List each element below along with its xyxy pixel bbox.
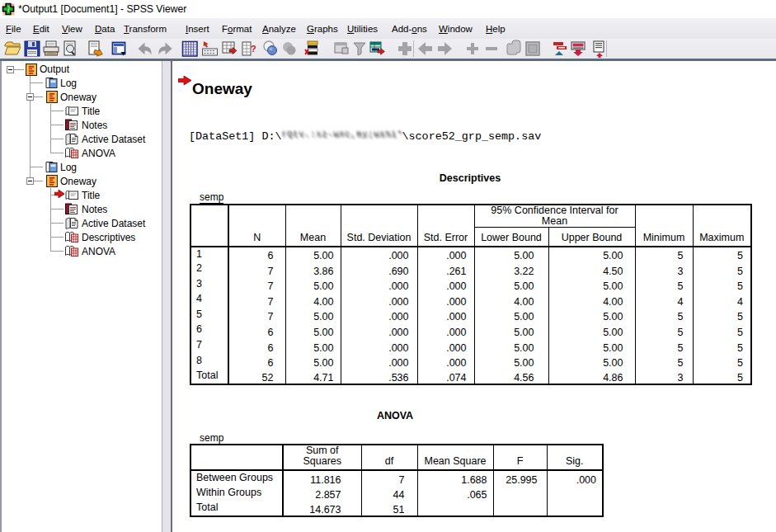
svg-text:?: ? <box>251 44 256 54</box>
